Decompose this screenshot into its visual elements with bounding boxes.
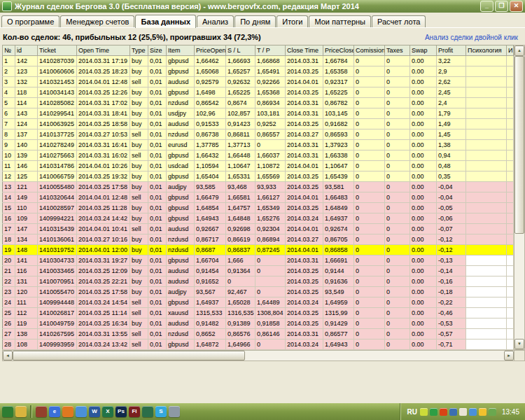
table-row[interactable]: 2810814099939592014.03.24 13:42sell0,01g… (3, 340, 514, 350)
photoshop-icon[interactable]: Ps (115, 406, 127, 417)
mail-icon[interactable] (76, 406, 87, 417)
tab-1[interactable]: О программе (1, 15, 59, 27)
tab-8[interactable]: Расчет лота (372, 15, 426, 27)
network-icon[interactable] (469, 408, 477, 416)
cell-price_close: 103,145 (323, 108, 354, 119)
column-header[interactable]: Open Time (77, 46, 130, 56)
tab-4[interactable]: Анализ (197, 15, 234, 27)
tab-2[interactable]: Менеджер счетов (60, 15, 134, 27)
column-header[interactable]: Swap (410, 46, 437, 56)
table-row[interactable]: 2312014100554702014.03.25 17:58buy0,01au… (3, 287, 514, 298)
scroll-right-button[interactable]: ► (504, 351, 514, 360)
column-header[interactable]: № (3, 46, 15, 56)
column-header[interactable]: id (15, 46, 38, 56)
pencil-tray-icon[interactable] (420, 408, 428, 416)
table-row[interactable]: 1511014100285972014.03.25 11:28buy0,01gb… (3, 203, 514, 214)
column-header[interactable]: Item (167, 46, 195, 56)
table-row[interactable]: 313214103214532014.04.01 12:48sell0,01au… (3, 77, 514, 88)
column-header[interactable]: Type (130, 46, 148, 56)
maximize-button[interactable]: ❐ (495, 1, 508, 12)
minimize-button[interactable]: _ (480, 1, 493, 12)
close-button[interactable]: ✕ (510, 1, 523, 12)
tab-3[interactable]: База данных (135, 15, 196, 28)
column-header[interactable]: PriceOpen (195, 46, 226, 56)
vertical-scroll-thumb[interactable] (514, 56, 524, 234)
cell-profit: -0,57 (437, 329, 466, 340)
language-indicator[interactable]: RU (407, 408, 417, 416)
antivirus-icon[interactable] (430, 408, 438, 416)
table-row[interactable]: 813714101377252014.03.27 10:53sell0,01nz… (3, 130, 514, 140)
table-row[interactable]: 712414100639252014.03.25 18:58buy0,01aud… (3, 119, 514, 130)
column-header[interactable]: T / P (255, 46, 286, 56)
column-header[interactable]: Taxes (385, 46, 410, 56)
messenger-icon[interactable] (449, 408, 457, 416)
word-icon[interactable]: W (89, 406, 100, 417)
table-row[interactable]: 1212514100667592014.03.25 19:32buy0,01gb… (3, 172, 514, 182)
cell-price_open: 1,66479 (195, 192, 226, 203)
column-header[interactable]: S / L (226, 46, 255, 56)
table-row[interactable]: 914014102782492014.03.31 16:41buy0,01eur… (3, 140, 514, 150)
scroll-up-button[interactable]: ▲ (514, 46, 524, 56)
cell-size: 0,01 (148, 203, 167, 214)
table-row[interactable]: 1813414101360612014.03.27 10:16buy0,01nz… (3, 234, 514, 245)
tab-6[interactable]: Итоги (276, 15, 308, 27)
cell-taxes: 0 (385, 130, 410, 140)
table-row[interactable]: 411814100341432014.03.25 12:26buy0,01gbp… (3, 88, 514, 98)
horizontal-scroll-track[interactable] (13, 351, 504, 359)
titlebar[interactable]: Журнал сделок Бергова 3.0 (Бесплатная ве… (0, 0, 525, 13)
vertical-scrollbar[interactable]: ▲ ▼ (514, 45, 525, 350)
volume-icon[interactable] (459, 408, 467, 416)
media-player-icon[interactable] (36, 406, 47, 417)
scroll-down-button[interactable]: ▼ (514, 339, 524, 349)
table-row[interactable]: 1114614103147862014.04.01 10:26buy0,01us… (3, 161, 514, 172)
update-icon[interactable] (440, 408, 447, 416)
table-row[interactable]: 212314100606062014.03.25 18:23buy0,01gbp… (3, 66, 514, 77)
table-row[interactable]: 1610914099942212014.03.24 14:42buy0,01gb… (3, 214, 514, 224)
column-header[interactable]: Психология (466, 46, 507, 56)
excel-icon[interactable]: X (102, 406, 113, 417)
table-row[interactable]: 2713814102675952014.03.31 13:55sell0,01n… (3, 329, 514, 340)
desktop-folder-icon[interactable] (15, 406, 27, 417)
battery-icon[interactable] (479, 408, 486, 416)
tab-5[interactable]: По дням (234, 15, 276, 27)
table-row[interactable]: 2111614100334652014.03.25 12:09buy0,01au… (3, 266, 514, 276)
internet-explorer-icon[interactable]: e (49, 406, 60, 417)
metatrader-icon[interactable] (142, 406, 153, 417)
table-row[interactable]: 2213114100709512014.03.25 22:21buy0,01au… (3, 276, 514, 287)
flash-icon[interactable]: Fl (129, 406, 140, 417)
table-row[interactable]: 1013914102756632014.03.31 16:02sell0,01g… (3, 150, 514, 161)
shield-icon[interactable] (489, 408, 496, 416)
column-header[interactable]: PriceClose (323, 46, 354, 56)
table-row[interactable]: 1312114100554802014.03.25 17:58buy0,01au… (3, 182, 514, 192)
table-row[interactable]: 1714714103154392014.04.01 10:41sell0,01a… (3, 224, 514, 234)
table-row[interactable]: 1914814103197522014.04.01 12:00buy0,01nz… (3, 245, 514, 255)
table-row[interactable]: 2014114103047332014.03.31 19:27buy0,01gb… (3, 255, 514, 266)
table-row[interactable]: 2411114099944482014.03.24 14:54sell0,01g… (3, 298, 514, 308)
vertical-scroll-track[interactable] (514, 56, 524, 339)
column-header[interactable]: Close Time (286, 46, 323, 56)
cell-id: 141 (15, 255, 38, 266)
column-header[interactable]: Profit (437, 46, 466, 56)
table-row[interactable]: 114214102870392014.03.31 17:19buy0,01gbp… (3, 56, 514, 66)
notepad-icon[interactable] (169, 406, 180, 417)
table-row[interactable]: 1414914103206442014.04.01 12:48sell0,01g… (3, 192, 514, 203)
horizontal-scrollbar[interactable]: ◄ ► (2, 350, 514, 361)
table-row[interactable]: 511414102850822014.03.31 17:02buy0,01nzd… (3, 98, 514, 108)
column-header[interactable]: Ticket (38, 46, 77, 56)
column-header[interactable]: И (507, 46, 514, 56)
cell-comission: 0 (354, 98, 385, 108)
cell-type: sell (130, 298, 148, 308)
table-row[interactable]: 2511214100268172014.03.25 11:14sell0,01x… (3, 308, 514, 318)
tab-7[interactable]: Мои паттерны (309, 15, 371, 27)
table-row[interactable]: 2611914100497592014.03.25 16:34buy0,01au… (3, 318, 514, 329)
start-menu-icon[interactable] (2, 406, 13, 417)
column-header[interactable]: Comission (354, 46, 385, 56)
scroll-left-button[interactable]: ◄ (3, 351, 13, 360)
column-header[interactable]: Size (148, 46, 167, 56)
firefox-icon[interactable] (62, 406, 74, 417)
horizontal-scroll-thumb[interactable] (13, 351, 245, 360)
table-row[interactable]: 614314102995412014.03.31 18:41buy0,01usd… (3, 108, 514, 119)
skype-icon[interactable]: S (155, 406, 167, 417)
taskbar-clock[interactable]: 13:45 (502, 408, 519, 416)
cell-no: 4 (3, 88, 15, 98)
